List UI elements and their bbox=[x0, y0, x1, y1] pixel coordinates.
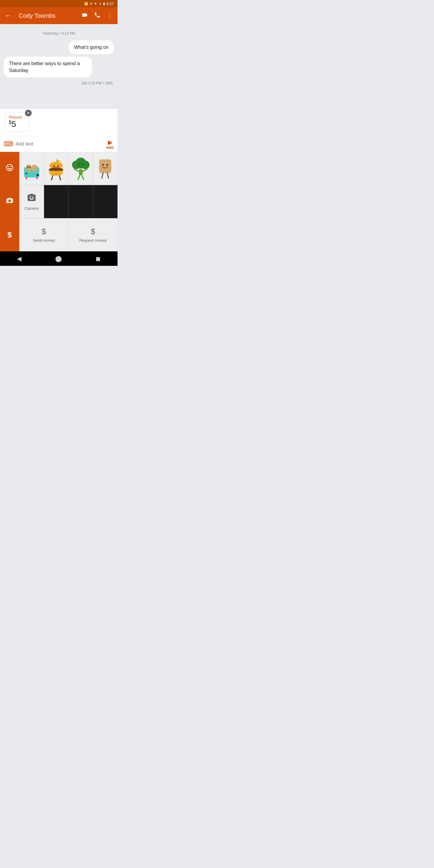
back-button[interactable]: ← bbox=[2, 9, 14, 22]
send-arrow-icon: ▶ bbox=[108, 138, 113, 146]
svg-line-19 bbox=[52, 176, 53, 180]
outgoing-bubble: What's going on bbox=[69, 40, 114, 54]
incoming-bubble: There are better ways to spend a Saturda… bbox=[4, 57, 92, 78]
sticker-row bbox=[0, 152, 118, 185]
svg-line-27 bbox=[74, 169, 79, 172]
photo-tab-icon bbox=[6, 197, 13, 207]
signal-icon: ✕ bbox=[99, 2, 101, 6]
money-row: $ $ Send money $ Request money bbox=[0, 218, 118, 251]
message-row-left: There are better ways to spend a Saturda… bbox=[4, 57, 114, 78]
svg-line-28 bbox=[83, 169, 87, 172]
camera-label-text: Camera bbox=[25, 206, 38, 211]
photo-tab-button[interactable] bbox=[0, 185, 19, 218]
currency-symbol: $ bbox=[9, 120, 11, 125]
sticker-cell-broccoli[interactable] bbox=[68, 152, 93, 185]
amount-value: 5 bbox=[11, 119, 16, 129]
svg-line-30 bbox=[82, 175, 84, 179]
svg-point-4 bbox=[30, 166, 31, 167]
sms-delivery-timestamp: Sat 4:15 PM • SMS bbox=[4, 81, 113, 85]
svg-point-25 bbox=[82, 164, 83, 165]
wifi-icon: ▼ bbox=[94, 2, 97, 5]
request-money-button[interactable]: $ Request money bbox=[68, 218, 118, 251]
request-chip-label: Request bbox=[9, 115, 25, 119]
request-money-label: Request money bbox=[79, 238, 107, 243]
svg-point-15 bbox=[58, 165, 59, 167]
sticker-cell-toaster[interactable] bbox=[19, 152, 44, 185]
app-bar-actions: ⋮ bbox=[79, 9, 115, 22]
svg-rect-2 bbox=[32, 165, 37, 172]
svg-line-35 bbox=[107, 173, 108, 178]
message-row-right: What's going on bbox=[4, 40, 114, 54]
svg-point-18 bbox=[50, 171, 63, 176]
sticker-cell-toast[interactable] bbox=[93, 152, 118, 185]
status-time: 9:27 bbox=[106, 1, 114, 6]
svg-rect-1 bbox=[27, 165, 31, 172]
photo-cell-2[interactable] bbox=[68, 185, 93, 218]
send-label: MMS bbox=[106, 146, 114, 150]
nav-bar: ◀ ⬤ ◼ bbox=[0, 251, 118, 266]
svg-point-32 bbox=[102, 164, 104, 166]
money-tab-icon: $ bbox=[7, 230, 12, 240]
svg-point-3 bbox=[27, 166, 28, 167]
svg-line-29 bbox=[78, 175, 80, 179]
nav-home-button[interactable]: ⬤ bbox=[55, 255, 62, 262]
request-chip-amount: $5 bbox=[9, 119, 25, 129]
svg-rect-31 bbox=[99, 159, 111, 173]
camera-open-button[interactable]: Camera bbox=[19, 185, 44, 218]
send-button[interactable]: ▶ MMS bbox=[106, 138, 114, 150]
bluetooth-icon: 📶 bbox=[84, 2, 88, 6]
svg-rect-26 bbox=[79, 169, 83, 175]
svg-rect-8 bbox=[36, 177, 38, 179]
app-bar: ← Cody Toombs ⋮ bbox=[0, 7, 118, 24]
request-chip: ✕ Request $5 bbox=[5, 113, 29, 132]
more-options-button[interactable]: ⋮ bbox=[104, 10, 115, 22]
send-money-icon: $ bbox=[41, 227, 46, 236]
message-input[interactable] bbox=[16, 141, 104, 147]
svg-rect-7 bbox=[26, 177, 27, 179]
photo-cell-1[interactable] bbox=[44, 185, 69, 218]
request-chip-area: ✕ Request $5 bbox=[0, 109, 118, 136]
nav-recents-button[interactable]: ◼ bbox=[96, 255, 101, 262]
svg-point-14 bbox=[53, 165, 55, 167]
svg-point-5 bbox=[36, 174, 39, 176]
sticker-tab-button[interactable] bbox=[0, 152, 19, 185]
keyboard-toggle-button[interactable]: ⌨ bbox=[4, 140, 13, 148]
video-call-button[interactable] bbox=[79, 9, 90, 22]
battery-icon: ▮ bbox=[103, 2, 105, 6]
nav-back-button[interactable]: ◀ bbox=[17, 255, 22, 262]
send-money-button[interactable]: $ Send money bbox=[19, 218, 68, 251]
camera-icon bbox=[27, 193, 36, 204]
svg-rect-6 bbox=[25, 173, 27, 174]
photo-row: Camera bbox=[0, 185, 118, 218]
sticker-cell-burger[interactable] bbox=[44, 152, 69, 185]
svg-rect-38 bbox=[8, 198, 11, 198]
sticker-tab-icon bbox=[5, 163, 14, 174]
do-not-disturb-icon: ⊖ bbox=[90, 2, 93, 6]
status-bar: 📶 ⊖ ▼ ✕ ▮ 9:27 bbox=[0, 0, 118, 7]
svg-point-37 bbox=[8, 199, 11, 202]
phone-call-button[interactable] bbox=[92, 9, 103, 22]
chat-timestamp: Yesterday • 4:13 PM bbox=[4, 31, 114, 36]
send-money-label: Send money bbox=[33, 238, 55, 243]
bottom-panel: Camera $ $ Send money $ Request money bbox=[0, 152, 118, 251]
close-chip-button[interactable]: ✕ bbox=[25, 110, 32, 116]
svg-line-34 bbox=[102, 173, 103, 178]
chat-area: Yesterday • 4:13 PM What's going on Ther… bbox=[0, 24, 118, 108]
svg-point-33 bbox=[106, 164, 108, 166]
status-icons: 📶 ⊖ ▼ ✕ ▮ 9:27 bbox=[84, 1, 114, 6]
contact-name: Cody Toombs bbox=[19, 12, 74, 19]
svg-line-20 bbox=[59, 176, 61, 180]
money-tab-button[interactable]: $ bbox=[0, 218, 19, 251]
svg-point-24 bbox=[78, 164, 80, 165]
photo-cell-3[interactable] bbox=[93, 185, 118, 218]
request-money-icon: $ bbox=[91, 227, 95, 236]
input-row: ⌨ ▶ MMS bbox=[0, 136, 118, 152]
